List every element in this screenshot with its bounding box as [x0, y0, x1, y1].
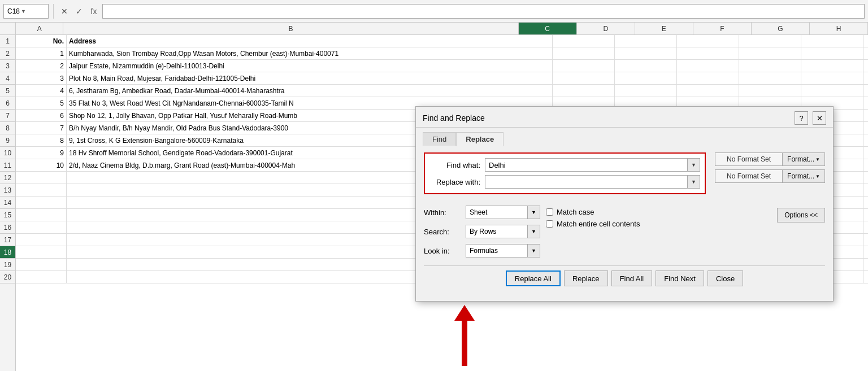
cell-a7[interactable]: 6	[16, 110, 67, 121]
cell-a1[interactable]: No.	[16, 35, 67, 47]
cell-h5[interactable]	[863, 85, 868, 97]
cell-a14[interactable]	[16, 197, 67, 208]
cell-a3[interactable]: 2	[16, 60, 67, 72]
cell-a13[interactable]	[16, 184, 67, 196]
lookin-dropdown-icon[interactable]: ▼	[528, 244, 540, 257]
row-header-7[interactable]: 7	[0, 110, 15, 122]
row-header-6[interactable]: 6	[0, 97, 15, 110]
cell-g4[interactable]	[801, 72, 863, 84]
cell-d1[interactable]	[615, 35, 677, 47]
cell-b5[interactable]: 6, Jestharam Bg, Ambedkar Road, Dadar-Mu…	[67, 85, 553, 97]
cell-g5[interactable]	[801, 85, 863, 97]
cell-d5[interactable]	[615, 85, 677, 97]
row-header-13[interactable]: 13	[0, 184, 15, 197]
cell-b2[interactable]: Kumbharwada, Sion Trombay Road,Opp Wasan…	[67, 47, 553, 59]
row-header-5[interactable]: 5	[0, 85, 15, 97]
cell-c4[interactable]	[553, 72, 615, 84]
replace-with-input[interactable]	[485, 175, 688, 189]
col-header-g[interactable]: G	[752, 23, 810, 34]
row-header-1[interactable]: 1	[0, 35, 15, 47]
match-entire-checkbox[interactable]	[546, 220, 553, 228]
cell-h2[interactable]	[863, 47, 868, 59]
cell-h7[interactable]	[863, 110, 868, 121]
replace-with-dropdown[interactable]: ▼	[688, 175, 700, 189]
cell-h1[interactable]	[863, 35, 868, 47]
row-header-20[interactable]: 20	[0, 271, 15, 283]
options-button[interactable]: Options <<	[777, 208, 825, 222]
cell-h16[interactable]	[863, 221, 868, 233]
cell-h9[interactable]	[863, 134, 868, 146]
cell-g2[interactable]	[801, 47, 863, 59]
cell-e5[interactable]	[677, 85, 739, 97]
row-header-16[interactable]: 16	[0, 221, 15, 234]
cell-a12[interactable]	[16, 172, 67, 184]
cell-e4[interactable]	[677, 72, 739, 84]
cell-h13[interactable]	[863, 184, 868, 196]
cell-a5[interactable]: 4	[16, 85, 67, 97]
cell-f4[interactable]	[739, 72, 801, 84]
search-dropdown-icon[interactable]: ▼	[528, 225, 540, 238]
row-header-17[interactable]: 17	[0, 234, 15, 246]
cell-a6[interactable]: 5	[16, 97, 67, 109]
cell-g3[interactable]	[801, 60, 863, 72]
replace-all-button[interactable]: Replace All	[506, 270, 561, 286]
dialog-close-button[interactable]: ✕	[813, 111, 826, 125]
cancel-icon[interactable]: ✕	[58, 5, 71, 18]
cell-g1[interactable]	[801, 35, 863, 47]
cell-e1[interactable]	[677, 35, 739, 47]
search-value[interactable]: By Rows	[466, 225, 528, 238]
col-header-h[interactable]: H	[810, 23, 868, 34]
cell-h17[interactable]	[863, 234, 868, 246]
cell-h4[interactable]	[863, 72, 868, 84]
match-case-checkbox[interactable]	[546, 208, 553, 216]
within-value[interactable]: Sheet	[466, 206, 528, 219]
name-box[interactable]: C18 ▼	[3, 4, 49, 19]
cell-c2[interactable]	[553, 47, 615, 59]
confirm-icon[interactable]: ✓	[73, 5, 85, 18]
formula-bar-input[interactable]	[102, 4, 865, 19]
row-header-11[interactable]: 11	[0, 159, 15, 172]
cell-h3[interactable]	[863, 60, 868, 72]
find-next-button[interactable]: Find Next	[656, 270, 704, 286]
cell-h20[interactable]	[863, 271, 868, 283]
cell-a19[interactable]	[16, 259, 67, 270]
within-dropdown-icon[interactable]: ▼	[528, 206, 540, 219]
tab-replace[interactable]: Replace	[456, 132, 504, 146]
cell-e3[interactable]	[677, 60, 739, 72]
row-header-9[interactable]: 9	[0, 134, 15, 147]
row-header-2[interactable]: 2	[0, 47, 15, 60]
cell-h8[interactable]	[863, 122, 868, 134]
cell-c5[interactable]	[553, 85, 615, 97]
row-header-19[interactable]: 19	[0, 259, 15, 271]
cell-h12[interactable]	[863, 172, 868, 184]
row-header-12[interactable]: 12	[0, 172, 15, 184]
row-header-3[interactable]: 3	[0, 60, 15, 72]
row-header-14[interactable]: 14	[0, 197, 15, 209]
col-header-d[interactable]: D	[577, 23, 635, 34]
cell-a20[interactable]	[16, 271, 67, 283]
help-button[interactable]: ?	[795, 111, 808, 125]
row-header-15[interactable]: 15	[0, 209, 15, 221]
col-header-b[interactable]: B	[63, 23, 518, 34]
cell-c1[interactable]	[553, 35, 615, 47]
cell-b1[interactable]: Address	[67, 35, 553, 47]
cell-e2[interactable]	[677, 47, 739, 59]
cell-a10[interactable]: 9	[16, 147, 67, 159]
cell-d2[interactable]	[615, 47, 677, 59]
cell-h6[interactable]	[863, 97, 868, 109]
lookin-value[interactable]: Formulas	[466, 244, 528, 257]
cell-h14[interactable]	[863, 197, 868, 208]
cell-h18[interactable]	[863, 246, 868, 258]
cell-a11[interactable]: 10	[16, 159, 67, 171]
close-dialog-button[interactable]: Close	[708, 270, 743, 286]
cell-a8[interactable]: 7	[16, 122, 67, 134]
col-header-e[interactable]: E	[635, 23, 693, 34]
row-header-4[interactable]: 4	[0, 72, 15, 85]
cell-a18[interactable]	[16, 246, 67, 258]
row-header-8[interactable]: 8	[0, 122, 15, 134]
format-find-button[interactable]: Format... ▼	[783, 152, 825, 166]
cell-f2[interactable]	[739, 47, 801, 59]
row-header-18[interactable]: 18	[0, 246, 15, 259]
col-header-c[interactable]: C	[519, 23, 577, 34]
col-header-f[interactable]: F	[693, 23, 752, 34]
